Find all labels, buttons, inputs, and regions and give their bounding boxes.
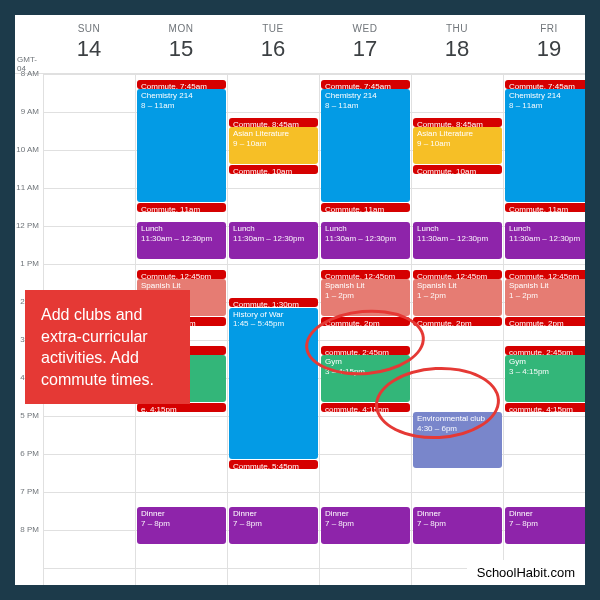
calendar-event[interactable]: Commute, 10am [413, 165, 502, 174]
watermark: SchoolHabit.com [467, 560, 585, 585]
calendar-event[interactable]: Spanish Lit1 – 2pm [413, 279, 502, 316]
day-name-label: TUE [227, 23, 319, 34]
hour-label: 10 AM [15, 145, 43, 183]
day-number: 16 [227, 36, 319, 62]
calendar-event[interactable]: Commute, 12:45pm [137, 270, 226, 279]
calendar-event[interactable]: Commute, 2pm [505, 317, 585, 326]
calendar-event[interactable]: commute, 2:45pm [321, 346, 410, 355]
calendar-event[interactable]: Commute, 11am [137, 203, 226, 212]
calendar-event[interactable]: Commute, 11am [321, 203, 410, 212]
calendar-event[interactable]: Dinner7 – 8pm [229, 507, 318, 544]
day-header[interactable]: THU18 [411, 15, 503, 73]
calendar-event[interactable]: Dinner7 – 8pm [137, 507, 226, 544]
hour-label: 9 AM [15, 107, 43, 145]
calendar-event[interactable]: Gym3 – 4:15pm [505, 355, 585, 402]
calendar-event[interactable]: Commute, 2pm [321, 317, 410, 326]
calendar-event[interactable]: Commute, 8:45am [229, 118, 318, 127]
calendar-event[interactable]: Dinner7 – 8pm [505, 507, 585, 544]
day-name-label: THU [411, 23, 503, 34]
calendar-event[interactable]: Commute, 7:45am [137, 80, 226, 89]
calendar-event[interactable]: Gym3 – 4:15pm [321, 355, 410, 402]
day-number: 19 [503, 36, 585, 62]
calendar-event[interactable]: Lunch11:30am – 12:30pm [321, 222, 410, 259]
calendar-event[interactable]: commute, 4:15pm [505, 403, 585, 412]
day-column[interactable]: Commute, 8:45amAsian Literature9 – 10amC… [411, 74, 503, 585]
calendar-event[interactable]: Commute, 12:45pm [321, 270, 410, 279]
day-name-label: WED [319, 23, 411, 34]
calendar-event[interactable]: Chemistry 2148 – 11am [505, 89, 585, 202]
hour-label: 5 PM [15, 411, 43, 449]
calendar-event[interactable]: Commute, 2pm [413, 317, 502, 326]
day-column[interactable]: Commute, 7:45amChemistry 2148 – 11amComm… [319, 74, 411, 585]
calendar-event[interactable]: Asian Literature9 – 10am [413, 127, 502, 164]
hour-label: 8 PM [15, 525, 43, 563]
timezone-label: GMT-04 [15, 15, 43, 73]
calendar-event[interactable]: Commute, 12:45pm [413, 270, 502, 279]
day-column[interactable]: Commute, 7:45amChemistry 2148 – 11amComm… [503, 74, 585, 585]
calendar-event[interactable]: Lunch11:30am – 12:30pm [413, 222, 502, 259]
calendar-event[interactable]: Lunch11:30am – 12:30pm [229, 222, 318, 259]
calendar-event[interactable]: Commute, 7:45am [321, 80, 410, 89]
hour-label: 11 AM [15, 183, 43, 221]
day-name-label: FRI [503, 23, 585, 34]
day-column[interactable]: Commute, 8:45amAsian Literature9 – 10amC… [227, 74, 319, 585]
calendar-event[interactable]: commute, 2:45pm [505, 346, 585, 355]
hour-label: 8 AM [15, 69, 43, 107]
day-number: 15 [135, 36, 227, 62]
calendar-header: GMT-04 SUN14MON15TUE16WED17THU18FRI19 [15, 15, 585, 74]
day-number: 17 [319, 36, 411, 62]
hour-label [15, 563, 43, 585]
day-header[interactable]: FRI19 [503, 15, 585, 73]
calendar-event[interactable]: Commute, 7:45am [505, 80, 585, 89]
hour-label: 7 PM [15, 487, 43, 525]
annotation-overlay: Add clubs and extra-curricular activitie… [25, 290, 190, 404]
calendar-event[interactable]: Dinner7 – 8pm [413, 507, 502, 544]
calendar-event[interactable]: Commute, 12:45pm [505, 270, 585, 279]
day-name-label: SUN [43, 23, 135, 34]
day-header[interactable]: MON15 [135, 15, 227, 73]
calendar-event[interactable]: commute, 4:15pm [321, 403, 410, 412]
calendar-event[interactable]: Lunch11:30am – 12:30pm [137, 222, 226, 259]
day-name-label: MON [135, 23, 227, 34]
calendar-event[interactable]: Commute, 5:45pm [229, 460, 318, 469]
day-number: 18 [411, 36, 503, 62]
day-header[interactable]: WED17 [319, 15, 411, 73]
calendar-event[interactable]: Chemistry 2148 – 11am [321, 89, 410, 202]
day-header[interactable]: SUN14 [43, 15, 135, 73]
calendar-event[interactable]: Dinner7 – 8pm [321, 507, 410, 544]
calendar-event[interactable]: Spanish Lit1 – 2pm [321, 279, 410, 316]
calendar-event[interactable]: Commute, 11am [505, 203, 585, 212]
calendar-event[interactable]: Commute, 8:45am [413, 118, 502, 127]
day-number: 14 [43, 36, 135, 62]
calendar-frame: GMT-04 SUN14MON15TUE16WED17THU18FRI19 8 … [15, 15, 585, 585]
calendar-event[interactable]: Commute, 1:30pm [229, 298, 318, 307]
calendar-event[interactable]: Environmental club4:30 – 6pm [413, 412, 502, 468]
calendar-event[interactable]: History of War1:45 – 5:45pm [229, 308, 318, 459]
hour-label: 6 PM [15, 449, 43, 487]
hour-label: 12 PM [15, 221, 43, 259]
calendar-event[interactable]: Chemistry 2148 – 11am [137, 89, 226, 202]
day-header[interactable]: TUE16 [227, 15, 319, 73]
calendar-event[interactable]: Commute, 10am [229, 165, 318, 174]
calendar-event[interactable]: Lunch11:30am – 12:30pm [505, 222, 585, 259]
calendar-event[interactable]: Spanish Lit1 – 2pm [505, 279, 585, 316]
calendar-event[interactable]: Asian Literature9 – 10am [229, 127, 318, 164]
